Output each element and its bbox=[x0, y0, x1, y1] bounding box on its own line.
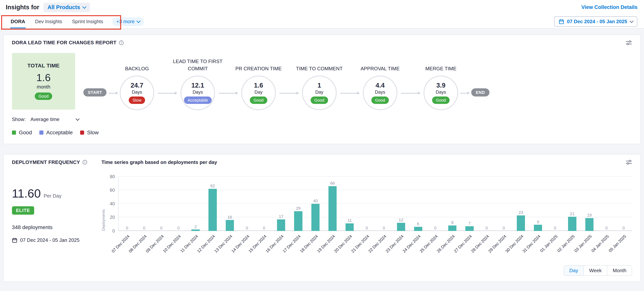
total-time-value: 1.6 bbox=[36, 72, 51, 83]
bar-value-label: 29 bbox=[296, 206, 300, 210]
bar-slot: 025 Dec 2024 bbox=[426, 177, 444, 231]
deployment-bar[interactable] bbox=[294, 211, 302, 231]
bar-slot: 6212 Dec 2024 bbox=[204, 177, 221, 231]
show-metric-value: Average time bbox=[30, 117, 60, 122]
stage-unit: Days bbox=[375, 90, 385, 95]
deployment-bar[interactable] bbox=[208, 189, 217, 231]
bar-value-label: 8 bbox=[451, 220, 454, 225]
deployment-bar[interactable] bbox=[448, 225, 456, 231]
bar-slot: 005 Jan 2025 bbox=[615, 177, 632, 231]
legend-item-acceptable: Acceptable bbox=[39, 130, 73, 136]
granularity-week-button[interactable]: Week bbox=[584, 266, 607, 275]
deployment-bar[interactable] bbox=[346, 223, 354, 231]
bar-slot: 2102 Jan 2025 bbox=[564, 177, 581, 231]
bar-plot: 007 Dec 2024008 Dec 2024009 Dec 2024010 … bbox=[118, 177, 632, 231]
show-metric-select[interactable]: Average time bbox=[30, 117, 79, 122]
bar-value-label: 9 bbox=[537, 220, 539, 224]
status-badge: Good bbox=[35, 93, 52, 100]
flow-arrow bbox=[219, 93, 238, 94]
bar-slot: 1223 Dec 2024 bbox=[392, 177, 410, 231]
deployments-total: 348 deployments bbox=[12, 224, 102, 230]
bar-value-label: 0 bbox=[246, 226, 248, 230]
stage-circle[interactable]: 12.1 Days Acceptable bbox=[180, 76, 215, 110]
chevron-down-icon bbox=[82, 5, 86, 9]
deployment-bar[interactable] bbox=[414, 227, 422, 231]
legend-swatch bbox=[12, 131, 16, 135]
bar-slot: 826 Dec 2024 bbox=[444, 177, 461, 231]
stage-circle[interactable]: 24.7 Days Slow bbox=[120, 76, 154, 110]
legend-swatch bbox=[39, 131, 44, 135]
deployment-bar[interactable] bbox=[534, 225, 542, 231]
stage-label: LEAD TIME TO FIRST COMMIT bbox=[167, 58, 228, 72]
y-axis-tick-label: 40 bbox=[110, 201, 115, 206]
deployment-bar[interactable] bbox=[277, 219, 285, 231]
legend-swatch bbox=[80, 131, 84, 135]
bar-slot: 029 Dec 2024 bbox=[495, 177, 512, 231]
legend-item-slow: Slow bbox=[80, 130, 99, 136]
stage-label: PR CREATION TIME bbox=[228, 65, 289, 72]
deployment-bar[interactable] bbox=[311, 204, 320, 231]
legend-item-good: Good bbox=[12, 130, 32, 136]
main-content: DORA LEAD TIME FOR CHANGES REPORT TOTAL … bbox=[0, 29, 644, 287]
chart-settings-icon[interactable] bbox=[626, 159, 632, 165]
bar-slot: 6619 Dec 2024 bbox=[324, 177, 341, 231]
stage-label: APPROVAL TIME bbox=[349, 65, 411, 72]
deployment-bar[interactable] bbox=[568, 217, 576, 231]
stage-value: 24.7 bbox=[130, 82, 143, 89]
bar-value-label: 0 bbox=[263, 226, 265, 230]
bar-slot: 001 Jan 2025 bbox=[546, 177, 564, 231]
bar-value-label: 0 bbox=[605, 226, 608, 230]
tab-dev-insights[interactable]: Dev Insights bbox=[30, 15, 67, 29]
granularity-month-button[interactable]: Month bbox=[607, 266, 632, 275]
stage-circle[interactable]: 4.4 Days Good bbox=[363, 76, 397, 110]
chevron-down-icon bbox=[76, 117, 80, 121]
date-range-picker[interactable]: 07 Dec 2024 - 05 Jan 2025 bbox=[554, 16, 637, 27]
bar-slot: 2330 Dec 2024 bbox=[512, 177, 529, 231]
deployment-bar[interactable] bbox=[465, 226, 474, 231]
stage-circle[interactable]: 1.6 Day Good bbox=[241, 76, 276, 110]
bar-value-label: 0 bbox=[434, 226, 436, 230]
bar-value-label: 19 bbox=[587, 213, 592, 217]
insight-tabs: DORA Dev Insights Sprint Insights +3 mor… bbox=[0, 15, 644, 29]
deployment-bar[interactable] bbox=[397, 223, 405, 231]
granularity-day-button[interactable]: Day bbox=[564, 266, 584, 275]
more-tabs-label: +3 more bbox=[116, 19, 134, 24]
legend-label: Good bbox=[19, 130, 32, 136]
flow-start-pill: START bbox=[83, 88, 106, 97]
status-badge: Good bbox=[310, 97, 328, 104]
stage-circle[interactable]: 3.9 Days Good bbox=[424, 76, 458, 110]
deployment-chart: Deployments 020406080 007 Dec 2024008 De… bbox=[102, 167, 632, 264]
bar-value-label: 0 bbox=[486, 226, 488, 230]
info-icon[interactable] bbox=[82, 160, 87, 165]
bar-value-label: 40 bbox=[313, 199, 318, 203]
bar-slot: 008 Dec 2024 bbox=[136, 177, 153, 231]
bar-slot: 211 Dec 2024 bbox=[187, 177, 204, 231]
granularity-toggle: Day Week Month bbox=[12, 265, 632, 276]
bar-slot: 014 Dec 2024 bbox=[238, 177, 255, 231]
product-selector-dropdown[interactable]: All Products bbox=[44, 3, 90, 12]
tab-sprint-insights[interactable]: Sprint Insights bbox=[67, 15, 108, 29]
bar-slot: 004 Jan 2025 bbox=[598, 177, 615, 231]
tab-dora[interactable]: DORA bbox=[6, 15, 30, 29]
flow-arrow bbox=[280, 93, 298, 94]
info-icon[interactable] bbox=[119, 40, 124, 45]
legend-label: Slow bbox=[87, 130, 99, 136]
status-badge: Good bbox=[371, 97, 389, 104]
bar-value-label: 0 bbox=[177, 226, 180, 230]
more-tabs-dropdown[interactable]: +3 more bbox=[112, 17, 144, 26]
deployment-bar[interactable] bbox=[585, 218, 594, 231]
bar-slot: 010 Dec 2024 bbox=[170, 177, 187, 231]
chevron-down-icon bbox=[630, 19, 634, 23]
flow-arrow bbox=[401, 93, 420, 94]
deployment-bar[interactable] bbox=[517, 215, 525, 231]
chart-settings-icon[interactable] bbox=[626, 40, 632, 46]
stage-circle[interactable]: 1 Day Good bbox=[302, 76, 336, 110]
lead-time-flow: TOTAL TIME 1.6 month Good START BACKLOG … bbox=[12, 53, 632, 110]
status-badge: Acceptable bbox=[184, 97, 212, 104]
flow-arrow bbox=[108, 93, 118, 94]
deployment-bar[interactable] bbox=[192, 229, 200, 231]
deployment-bar[interactable] bbox=[226, 220, 234, 231]
deployment-bar[interactable] bbox=[328, 186, 336, 231]
total-time-unit: month bbox=[37, 84, 50, 90]
view-collection-details-link[interactable]: View Collection Details bbox=[581, 4, 637, 10]
